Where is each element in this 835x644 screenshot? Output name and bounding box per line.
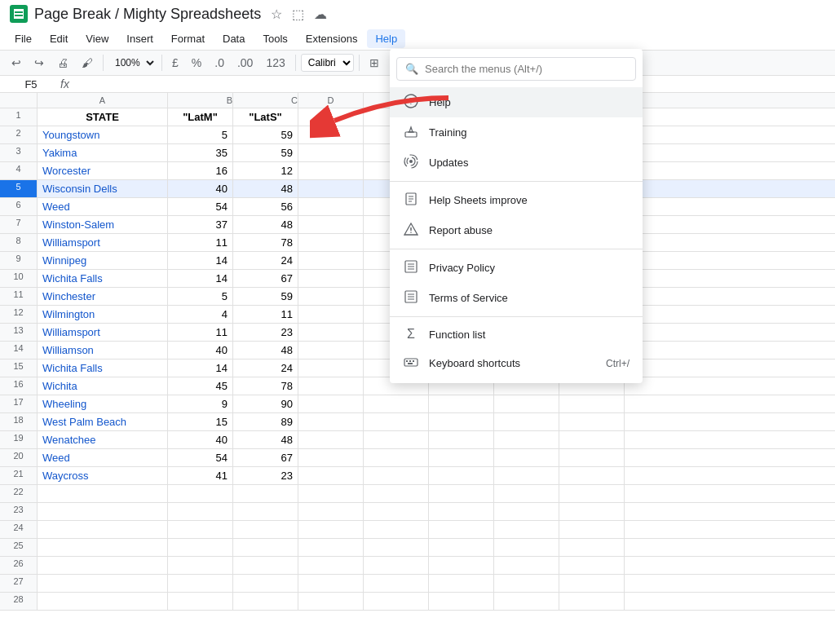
table-row[interactable]: 22 — [0, 485, 835, 503]
cell-c[interactable]: "LatS" — [233, 108, 298, 126]
cell-b[interactable]: 11 — [168, 324, 233, 341]
cell-c[interactable]: 11 — [233, 306, 298, 323]
col-header-d[interactable]: D — [298, 93, 364, 108]
cell-empty[interactable] — [429, 431, 494, 448]
decrease-decimals-button[interactable]: .0 — [210, 53, 229, 73]
cell-empty[interactable] — [298, 431, 364, 448]
cell-b[interactable] — [168, 485, 233, 502]
cell-c[interactable]: 59 — [233, 144, 298, 161]
cell-a[interactable]: Williamsport — [38, 234, 168, 251]
cell-empty[interactable] — [494, 485, 559, 502]
table-row[interactable]: 24 — [0, 521, 835, 539]
cell-c[interactable] — [233, 521, 298, 538]
cell-b[interactable] — [168, 521, 233, 538]
cell-empty[interactable] — [364, 413, 429, 430]
currency-button[interactable]: £ — [167, 53, 183, 73]
cell-c[interactable]: 23 — [233, 324, 298, 341]
cell-empty[interactable] — [298, 359, 364, 377]
cell-b[interactable]: 35 — [168, 144, 233, 161]
cell-c[interactable] — [233, 593, 298, 610]
dropdown-item-help-sheets[interactable]: Help Sheets improve — [390, 185, 643, 215]
cell-c[interactable] — [233, 575, 298, 592]
cell-c[interactable]: 59 — [233, 126, 298, 143]
increase-decimals-button[interactable]: .00 — [232, 53, 258, 73]
cell-a[interactable]: Youngstown — [38, 126, 168, 143]
cell-c[interactable]: 67 — [233, 270, 298, 287]
cell-a[interactable] — [38, 557, 168, 574]
cell-b[interactable] — [168, 539, 233, 556]
menu-search[interactable]: 🔍 — [396, 57, 636, 81]
cell-empty[interactable] — [559, 521, 625, 538]
paint-format-button[interactable]: 🖌 — [77, 53, 98, 73]
cell-c[interactable]: 56 — [233, 198, 298, 215]
menu-tools[interactable]: Tools — [254, 29, 295, 48]
zoom-selector[interactable]: 100% — [108, 55, 157, 71]
cell-empty[interactable] — [364, 593, 429, 610]
cell-a[interactable]: Winston-Salem — [38, 216, 168, 233]
cell-a[interactable]: Williamsport — [38, 324, 168, 341]
cell-c[interactable]: 48 — [233, 431, 298, 448]
cell-empty[interactable] — [429, 395, 494, 412]
cell-b[interactable]: 5 — [168, 288, 233, 305]
cell-b[interactable]: 14 — [168, 270, 233, 287]
undo-button[interactable]: ↩ — [7, 53, 26, 73]
cell-empty[interactable] — [364, 395, 429, 412]
cell-empty[interactable] — [429, 503, 494, 520]
redo-button[interactable]: ↪ — [29, 53, 49, 73]
menu-extensions[interactable]: Extensions — [298, 29, 366, 48]
cell-empty[interactable] — [364, 539, 429, 556]
cell-c[interactable]: 24 — [233, 252, 298, 269]
menu-format[interactable]: Format — [163, 29, 213, 48]
cell-empty[interactable] — [429, 449, 494, 466]
cell-empty[interactable] — [364, 503, 429, 520]
cell-empty[interactable] — [494, 395, 559, 412]
menu-file[interactable]: File — [7, 29, 40, 48]
cell-empty[interactable] — [429, 467, 494, 484]
cell-b[interactable]: 54 — [168, 449, 233, 466]
cell-empty[interactable] — [298, 342, 364, 359]
cell-empty[interactable] — [429, 557, 494, 574]
cell-c[interactable]: 59 — [233, 288, 298, 305]
cell-empty[interactable] — [364, 557, 429, 574]
cell-b[interactable] — [168, 575, 233, 592]
cell-c[interactable]: 78 — [233, 377, 298, 395]
dropdown-item-help[interactable]: ? Help — [390, 87, 643, 117]
cell-empty[interactable] — [298, 144, 364, 161]
table-row[interactable]: 25 — [0, 539, 835, 557]
cell-empty[interactable] — [364, 449, 429, 466]
cell-empty[interactable] — [298, 449, 364, 466]
print-button[interactable]: 🖨 — [52, 53, 73, 73]
menu-view[interactable]: View — [77, 29, 117, 48]
cell-empty[interactable] — [429, 521, 494, 538]
cell-a[interactable] — [38, 521, 168, 538]
table-row[interactable]: 17Wheeling990 — [0, 395, 835, 413]
cell-empty[interactable] — [298, 306, 364, 323]
dropdown-item-keyboard-shortcuts[interactable]: Keyboard shortcuts Ctrl+/ — [390, 348, 643, 378]
table-row[interactable]: 19Wenatchee4048 — [0, 431, 835, 449]
cell-c[interactable]: 12 — [233, 162, 298, 179]
cell-empty[interactable] — [559, 593, 625, 610]
cell-a[interactable]: West Palm Beach — [38, 413, 168, 430]
cell-a[interactable] — [38, 503, 168, 520]
cell-a[interactable]: Weed — [38, 198, 168, 215]
cell-empty[interactable] — [364, 485, 429, 502]
dropdown-item-privacy[interactable]: Privacy Policy — [390, 253, 643, 283]
table-row[interactable]: 26 — [0, 557, 835, 575]
cell-b[interactable]: 54 — [168, 198, 233, 215]
cell-b[interactable]: "LatM" — [168, 108, 233, 126]
cell-empty[interactable] — [429, 485, 494, 502]
cell-a[interactable]: Wilmington — [38, 306, 168, 323]
cell-a[interactable]: Wenatchee — [38, 431, 168, 448]
cell-a[interactable]: Wheeling — [38, 395, 168, 412]
cell-empty[interactable] — [298, 593, 364, 610]
table-row[interactable]: 20Weed5467 — [0, 449, 835, 467]
cell-a[interactable] — [38, 539, 168, 556]
cell-empty[interactable] — [559, 449, 625, 466]
cell-empty[interactable] — [494, 539, 559, 556]
cell-empty[interactable] — [298, 162, 364, 179]
cell-empty[interactable] — [559, 395, 625, 412]
cell-b[interactable]: 40 — [168, 180, 233, 197]
cell-b[interactable]: 37 — [168, 216, 233, 233]
cell-empty[interactable] — [298, 198, 364, 215]
cell-a[interactable] — [38, 575, 168, 592]
